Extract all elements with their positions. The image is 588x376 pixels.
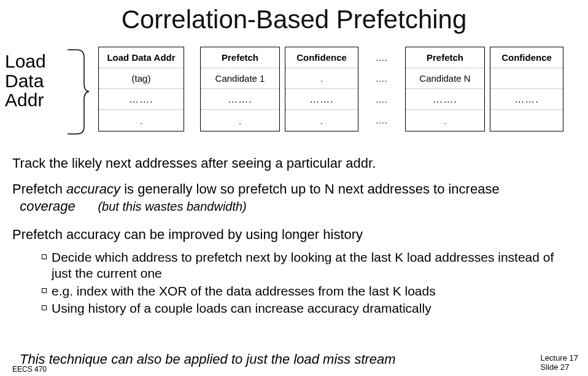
square-bullet-icon [42,305,47,310]
gap-cell: …. [366,88,397,109]
col-cell: . [99,110,184,131]
closing-note: This technique can also be applied to ju… [20,351,396,367]
col-cell: ……. [201,89,279,110]
col-cell: ……. [406,89,484,110]
bracket-icon [64,48,89,136]
table-column-prefetch1: Prefetch Candidate 1 ……. . [200,47,280,131]
table-column-confidenceN: Confidence ……. [490,47,563,131]
side-label-line: Data [5,71,46,91]
paragraph-1: Track the likely next addresses after se… [12,155,576,172]
bullet-text: e.g. index with the XOR of the data addr… [52,283,436,299]
side-label: Load Data Addr [5,52,46,110]
col-header: Prefetch [406,47,484,68]
bullet-text: Using history of a couple loads can incr… [52,300,431,316]
side-label-line: Load [5,52,46,71]
text: is generally low so prefetch up to N nex… [120,181,500,197]
col-cell: ……. [490,89,563,110]
gap-cell: …. [366,109,397,130]
footer-course: EECS 470 [12,365,47,374]
col-header: Confidence [490,47,563,68]
bullet-list: Decide which address to prefetch next by… [42,249,576,318]
text: Prefetch [12,181,66,197]
col-cell: . [285,110,358,131]
col-header: Confidence [285,47,358,68]
table-gap: …. …. …. …. [366,47,397,130]
bullet-item: Using history of a couple loads can incr… [42,300,576,316]
col-header: Load Data Addr [99,47,184,68]
table-column-prefetchN: Prefetch Candidate N ……. . [405,47,485,131]
paren-note: (but this wastes bandwidth) [98,200,246,213]
side-label-line: Addr [5,90,46,110]
square-bullet-icon [42,288,47,293]
square-bullet-icon [42,254,47,259]
gap-cell: …. [366,68,397,88]
bullet-text: Decide which address to prefetch next by… [52,249,576,282]
col-cell: . [406,110,484,131]
diagram: Load Data Addr Load Data Addr (tag) ……. … [0,48,588,146]
col-header: Prefetch [201,47,279,68]
paragraph-2: Prefetch accuracy is generally low so pr… [12,181,576,214]
col-cell [490,68,563,89]
col-cell: Candidate N [406,68,484,89]
gap-cell: …. [366,47,397,68]
col-cell: Candidate 1 [201,68,279,89]
footer-slide-number: Lecture 17 Slide 27 [541,354,578,372]
slide-title: Correlation-Based Prefetching [0,5,588,34]
col-cell: ……. [99,89,184,110]
footer-line: Slide 27 [541,363,578,372]
col-cell: . [285,68,358,89]
col-cell: ……. [285,89,358,110]
em-text: coverage [20,198,75,214]
col-cell: . [201,110,279,131]
bullet-item: Decide which address to prefetch next by… [42,249,576,282]
table-column-confidence1: Confidence . ……. . [285,47,358,131]
bullet-item: e.g. index with the XOR of the data addr… [42,283,576,299]
col-cell: (tag) [99,68,184,89]
table-column-tag: Load Data Addr (tag) ……. . [98,47,184,131]
col-cell [490,110,563,131]
em-text: accuracy [66,181,120,197]
footer-line: Lecture 17 [541,354,578,363]
paragraph-3: Prefetch accuracy can be improved by usi… [12,226,576,243]
